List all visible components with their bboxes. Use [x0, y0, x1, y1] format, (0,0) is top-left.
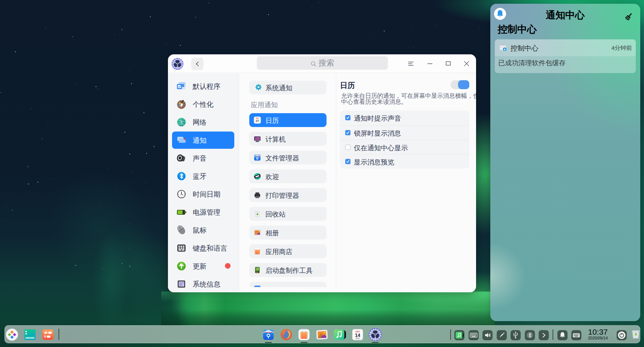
- svg-text:27: 27: [256, 119, 259, 123]
- svg-text:SEP: SEP: [355, 331, 359, 333]
- svg-text:deepin: deepin: [180, 282, 184, 283]
- svg-text:MON: MON: [355, 338, 359, 340]
- svg-text:14: 14: [355, 333, 360, 338]
